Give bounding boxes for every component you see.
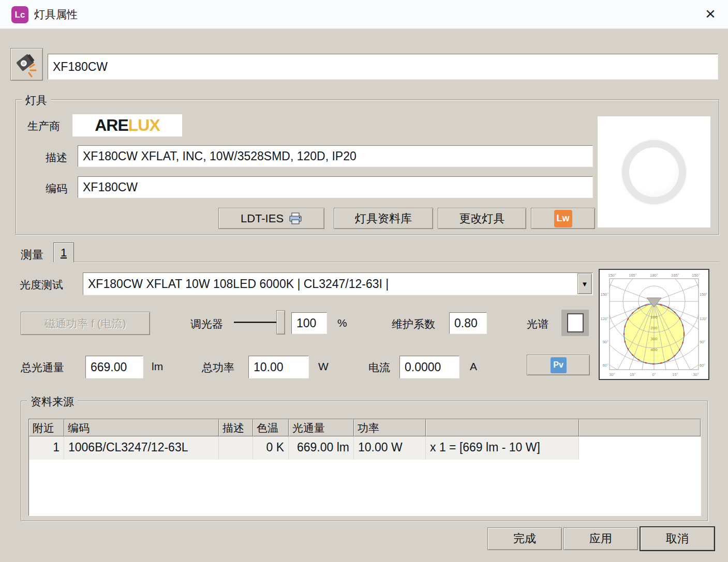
col-header-power[interactable]: 功率 [354,419,426,436]
col-header-cct[interactable]: 色温 [253,419,289,436]
cell-desc [219,436,253,460]
total-power-unit: W [318,360,329,373]
maintenance-input[interactable] [450,313,486,333]
col-header-extra2[interactable] [579,419,701,436]
col-header-code[interactable]: 编码 [64,419,219,436]
polar-angle-label: 60° [700,363,705,368]
spectrum-label: 光谱 [527,317,548,331]
dimmer-label: 调光器 [190,317,223,331]
library-label: 灯具资料库 [355,211,412,226]
current-input[interactable] [400,356,459,378]
spectrum-swatch-button[interactable] [561,310,589,336]
printer-icon [289,212,302,225]
manufacturer-label: 生产商 [27,119,60,133]
polar-angle-label: 150° [700,292,707,297]
lw-icon: Lw [554,210,572,227]
cell-power: 10.00 W [354,436,426,460]
polar-angle-label: 165° [671,273,679,278]
table-header-row: 附近 编码 描述 色温 光通量 功率 [29,419,701,436]
polar-angle-label: 150° [692,273,700,278]
sources-group-title: 资料来源 [27,394,78,409]
photometric-value: XF180CW XFLAT 10W 108LED 6000K | CL3247/… [83,273,592,291]
flux-power-label: 磁通功率 f (电流) [44,316,126,331]
cell-code: 1006B/CL3247/12-63L [64,436,219,460]
pv-button[interactable]: Pv [527,355,590,375]
code-input[interactable] [78,177,592,198]
measure-label: 测量 [21,247,43,263]
polar-angle-label: 60° [603,363,608,368]
col-header-extra1[interactable] [426,419,579,436]
change-label: 更改灯具 [459,211,505,226]
current-unit: A [470,360,477,373]
close-icon[interactable]: × [699,1,722,26]
manufacturer-logo: ARELUX [72,114,182,136]
total-power-input[interactable] [249,356,308,378]
logo-are: ARE [95,116,128,134]
polar-angle-label: 30° [693,372,699,377]
polar-angle-label: 30° [609,372,615,377]
done-button[interactable]: 完成 [487,527,562,550]
dimmer-slider-thumb[interactable] [276,310,285,335]
luminaire-library-button[interactable]: 灯具资料库 [334,208,433,229]
flux-power-button: 磁通功率 f (电流) [21,312,150,335]
product-photo [598,116,710,227]
apply-button[interactable]: 应用 [563,527,638,550]
total-flux-input[interactable] [86,356,143,378]
tab-1-label: 1 [61,246,67,260]
tab-divider [74,262,719,262]
lw-button[interactable]: Lw [531,208,595,229]
change-luminaire-button[interactable]: 更改灯具 [438,208,526,229]
total-flux-label: 总光通量 [21,360,64,375]
sources-table: 附近 编码 描述 色温 光通量 功率 1 1006B/CL3247/12-63L… [28,419,701,516]
luminaire-ring [622,140,686,204]
luminaire-face [629,147,679,197]
code-input-wrap [78,176,593,198]
cancel-label: 取消 [666,531,689,546]
description-input-wrap [78,145,593,167]
table-row[interactable]: 1 1006B/CL3247/12-63L 0 K 669.00 lm 10.0… [29,436,701,460]
done-label: 完成 [513,531,536,546]
tab-measurement-1[interactable]: 1 [53,242,74,262]
total-flux-input-wrap [85,356,143,378]
polar-angle-label: 15° [672,372,678,377]
dimmer-input[interactable] [292,313,326,333]
ldt-ies-button[interactable]: LDT-IES [218,208,324,229]
cell-formula: x 1 = [669 lm - 10 W] [426,436,579,460]
col-header-near[interactable]: 附近 [29,419,64,436]
spectrum-color-swatch [567,313,584,332]
polar-angle-label: 150° [601,292,608,297]
polar-angle-label: 90° [700,340,705,344]
polar-axis-value: 100 [650,315,658,320]
ldt-ies-label: LDT-IES [241,212,284,225]
col-header-flux[interactable]: 光通量 [289,419,354,436]
description-input[interactable] [78,146,592,166]
name-input[interactable] [48,54,718,79]
maintenance-label: 维护系数 [392,317,435,331]
polar-axis-value: 300 [650,337,658,341]
polar-angle-label: 150° [608,273,616,278]
title-bar: Lc 灯具属性 × [0,0,728,29]
polar-angle-label: 0° [652,372,656,377]
pv-icon: Pv [551,357,567,373]
dimmer-input-wrap [291,312,327,334]
cell-blank [579,436,701,460]
dimmer-unit: % [337,317,347,329]
photometric-combobox[interactable]: XF180CW XFLAT 10W 108LED 6000K | CL3247/… [83,272,593,295]
chevron-down-icon: ▼ [582,280,588,288]
polar-axis-value: 200 [650,326,658,330]
cancel-button[interactable]: 取消 [640,526,715,551]
current-input-wrap [399,356,459,378]
name-input-wrap [48,54,718,80]
polar-angle-label: 120° [601,316,608,321]
apply-label: 应用 [589,531,612,546]
polar-diagram: 100 200 300 400 150° 165° 180° 165° 150°… [599,269,709,380]
polar-angle-label: 180° [650,273,658,278]
col-header-desc[interactable]: 描述 [219,419,253,436]
logo-lux: LUX [128,116,160,134]
total-power-label: 总功率 [202,360,234,375]
luminaire-type-button[interactable] [10,48,43,81]
polar-axis-value: 400 [650,347,658,352]
cell-cct: 0 K [253,436,289,460]
description-label: 描述 [46,150,67,165]
dropdown-arrow-button[interactable]: ▼ [577,274,592,294]
